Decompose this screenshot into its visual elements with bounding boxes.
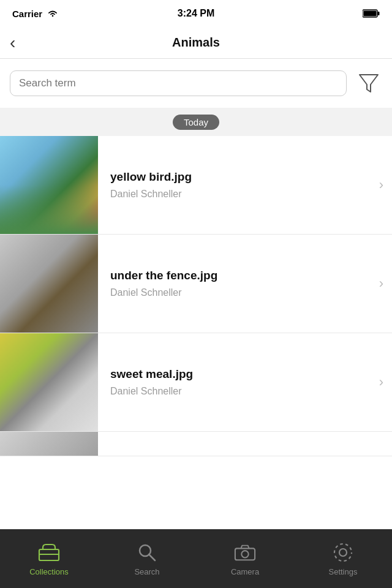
item-content-1: yellow bird.jpg Daniel Schneller › <box>98 136 392 234</box>
tab-search[interactable]: Search <box>98 529 196 588</box>
date-badge: Today <box>173 115 219 130</box>
chevron-icon-2: › <box>379 276 383 292</box>
filter-button[interactable] <box>355 70 382 97</box>
list-item-partial[interactable] <box>0 432 392 456</box>
tab-camera[interactable]: Camera <box>196 529 294 588</box>
item-content-3: sweet meal.jpg Daniel Schneller › <box>98 333 392 431</box>
carrier-label: Carrier <box>12 9 42 19</box>
tab-camera-label: Camera <box>231 567 259 576</box>
tab-settings-label: Settings <box>329 567 358 576</box>
status-right <box>363 9 380 18</box>
svg-rect-2 <box>378 12 380 15</box>
item-author-2: Daniel Schneller <box>110 287 382 298</box>
chevron-icon-3: › <box>379 374 383 390</box>
item-image-1 <box>0 136 98 234</box>
svg-point-10 <box>241 551 248 557</box>
tab-collections-label: Collections <box>29 567 69 576</box>
camera-icon <box>234 541 256 564</box>
status-left: Carrier <box>12 9 58 19</box>
chevron-icon-1: › <box>379 177 383 193</box>
date-header: Today <box>0 108 392 136</box>
list-item[interactable]: under the fence.jpg Daniel Schneller › <box>0 235 392 333</box>
item-content-partial <box>98 432 392 456</box>
svg-point-0 <box>52 15 54 17</box>
filter-icon <box>358 72 379 94</box>
item-title-3: sweet meal.jpg <box>110 368 382 381</box>
tab-settings[interactable]: Settings <box>294 529 392 588</box>
status-bar: Carrier 3:24 PM <box>0 0 392 27</box>
list-item[interactable]: sweet meal.jpg Daniel Schneller › <box>0 333 392 432</box>
svg-rect-3 <box>364 11 377 17</box>
page-title: Animals <box>172 36 220 50</box>
search-input-wrapper[interactable] <box>10 70 347 96</box>
item-author-1: Daniel Schneller <box>110 189 382 200</box>
settings-icon <box>332 541 354 564</box>
search-input[interactable] <box>19 77 337 89</box>
item-content-2: under the fence.jpg Daniel Schneller › <box>98 235 392 333</box>
item-author-3: Daniel Schneller <box>110 386 382 397</box>
item-title-1: yellow bird.jpg <box>110 170 382 184</box>
tab-collections[interactable]: Collections <box>0 529 98 588</box>
status-time: 3:24 PM <box>178 8 214 19</box>
svg-point-12 <box>334 544 352 561</box>
nav-bar: ‹ Animals <box>0 27 392 59</box>
battery-icon <box>363 9 380 18</box>
search-section <box>0 59 392 108</box>
wifi-icon <box>47 9 58 18</box>
svg-point-11 <box>339 549 347 556</box>
item-image-2 <box>0 235 98 333</box>
svg-line-8 <box>149 554 155 560</box>
collections-icon <box>38 541 60 564</box>
svg-marker-4 <box>360 75 378 92</box>
list-item[interactable]: yellow bird.jpg Daniel Schneller › <box>0 136 392 235</box>
search-tab-icon <box>136 541 158 564</box>
tab-search-label: Search <box>134 567 159 576</box>
item-image-3 <box>0 333 98 431</box>
item-title-2: under the fence.jpg <box>110 269 382 282</box>
back-button[interactable]: ‹ <box>10 34 15 51</box>
tab-bar: Collections Search Camera <box>0 529 392 588</box>
item-image-partial <box>0 432 98 456</box>
